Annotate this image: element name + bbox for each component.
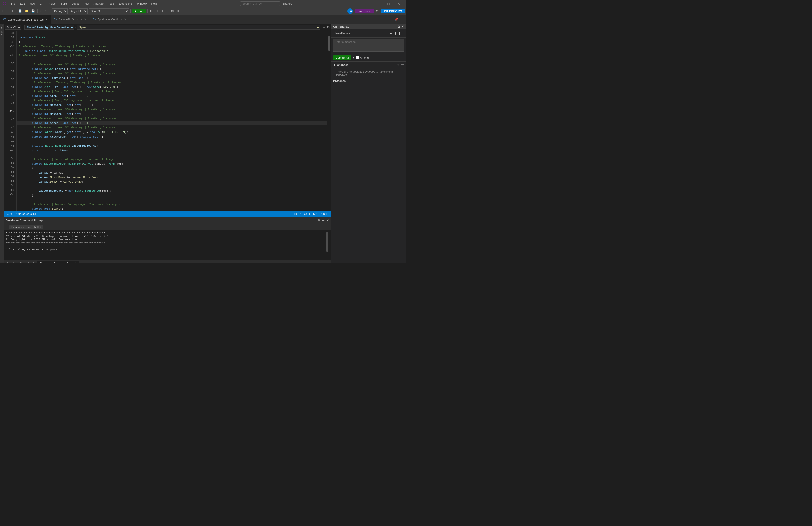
commit-all-button[interactable]: Commit All: [333, 55, 351, 60]
menu-window[interactable]: Window: [135, 1, 149, 5]
menu-extensions[interactable]: Extensions: [117, 1, 134, 5]
git-commit-row: Commit All ▾ Amend: [331, 54, 406, 62]
branch-select[interactable]: NewFeature: [333, 31, 393, 36]
git-panel: Git - ShareX ─ ⧉ ✕ NewFeature ⬇ ⬆ ↑ Comm…: [331, 24, 406, 263]
debug-mode-select[interactable]: Debug: [52, 8, 68, 14]
git-float-icon[interactable]: ⧉: [398, 25, 400, 28]
panel-close-icon[interactable]: ✕: [326, 219, 329, 222]
git-push-icon[interactable]: ⬆: [398, 31, 401, 35]
spaces-status[interactable]: SPC: [312, 213, 319, 215]
main-layout: Notifications ShareX › ShareX.EasterEggA…: [0, 24, 406, 263]
changes-add-icon[interactable]: ＋: [396, 63, 400, 67]
tab-pin-icon[interactable]: 📌: [394, 17, 399, 21]
redo-icon[interactable]: ↪: [44, 9, 49, 13]
toolbar-icon-d[interactable]: ⊞: [165, 9, 169, 13]
new-project-icon[interactable]: 📄: [17, 9, 23, 13]
col-status[interactable]: Ch: 1: [303, 213, 311, 215]
project-breadcrumb-select[interactable]: ShareX: [4, 25, 21, 30]
terminal-add-icon[interactable]: ＋: [5, 225, 8, 229]
open-icon[interactable]: 📁: [24, 9, 29, 13]
member-breadcrumb-select[interactable]: Speed: [77, 25, 320, 30]
changes-section-header[interactable]: ▼ Changes ＋ ⋯: [331, 62, 406, 68]
tab-close-2[interactable]: ✕: [84, 17, 87, 21]
platform-select[interactable]: Any CPU: [69, 8, 88, 14]
menu-edit[interactable]: Edit: [18, 1, 27, 5]
toolbar-icon-f[interactable]: ▥: [176, 9, 180, 13]
toolbar-icon-c[interactable]: ⊟: [160, 9, 164, 13]
tab-easter-egg[interactable]: C# EasterEggAboutAnimation.cs ✕: [0, 15, 51, 24]
code-line-52: Canvas.MouseDown += Canvas_MouseDown;: [16, 175, 327, 180]
stashes-section-header[interactable]: ▶ Stashes: [331, 78, 406, 84]
menu-build[interactable]: Build: [59, 1, 69, 5]
editor-nav-add[interactable]: ＋: [322, 25, 325, 30]
share-icon[interactable]: ⟳: [376, 9, 379, 13]
tab-close-1[interactable]: ✕: [45, 18, 48, 21]
code-line-55: easterEggBounce = new EasterEggBounce(fo…: [16, 189, 327, 193]
toolbar-back[interactable]: ⟵: [1, 9, 7, 13]
menu-debug[interactable]: Debug: [69, 1, 82, 5]
terminal-scrollbar[interactable]: [325, 231, 329, 259]
zoom-status[interactable]: 99 %: [5, 213, 13, 215]
minimize-button[interactable]: ─: [373, 0, 383, 7]
menu-test[interactable]: Test: [82, 1, 91, 5]
toolbar-icon-b[interactable]: ⊡: [154, 9, 159, 13]
fold-49[interactable]: ▼: [10, 149, 11, 152]
toolbar: ⟵ ⟶ 📄 📁 💾 ↩ ↪ Debug Any CPU ShareX ▶ Sta…: [0, 7, 406, 15]
fold-35[interactable]: ▼: [10, 54, 11, 56]
int-preview-button[interactable]: INT PREVIEW: [381, 9, 405, 13]
fold-34[interactable]: ▼: [10, 45, 11, 48]
code-body[interactable]: namespace ShareX { 3 references | Taysse…: [16, 31, 327, 211]
panel-minimize-icon[interactable]: ─: [322, 219, 324, 222]
tab-appconfig[interactable]: C# ApplicationConfig.cs ✕: [90, 15, 130, 24]
git-close-icon[interactable]: ✕: [402, 25, 404, 28]
tab-overflow-icon[interactable]: ⋯: [400, 17, 405, 21]
toolbar-icon-e[interactable]: ▤: [170, 9, 175, 13]
fold-58[interactable]: ▼: [10, 193, 11, 196]
line-status[interactable]: Ln: 42: [293, 213, 302, 215]
save-icon[interactable]: 💾: [30, 9, 36, 13]
code-line-41: public int MaxStep { get; set; } = 35;: [16, 112, 327, 117]
toolbar-forward[interactable]: ⟶: [8, 9, 14, 13]
tab-icon-3: C#: [93, 18, 96, 21]
panel-float-icon[interactable]: ⧉: [318, 219, 320, 222]
git-minimize-icon[interactable]: ─: [394, 25, 396, 28]
amend-checkbox[interactable]: [356, 56, 359, 59]
tab-balloon[interactable]: C# BalloonTipAction.cs ✕: [51, 15, 90, 24]
git-message-input[interactable]: [333, 39, 404, 51]
type-breadcrumb-select[interactable]: ShareX.EasterEggAboutAnimation: [24, 25, 74, 30]
menu-git[interactable]: Git: [38, 1, 45, 5]
terminal-line-6: C:\Users\tagherfa\source\repos>: [5, 248, 325, 251]
git-pull-icon[interactable]: ↑: [402, 31, 404, 35]
menu-analyze[interactable]: Analyze: [92, 1, 105, 5]
undo-icon[interactable]: ↩: [39, 9, 43, 13]
code-line-33: {: [16, 40, 327, 44]
commit-dropdown-arrow[interactable]: ▾: [353, 56, 354, 59]
issues-status[interactable]: ✔ No issues found: [14, 213, 37, 215]
terminal-tab-powershell[interactable]: Developer PowerShell: [3, 261, 37, 263]
editor-settings-icon[interactable]: ⚙: [327, 25, 330, 30]
search-input[interactable]: [240, 1, 280, 6]
menu-view[interactable]: View: [27, 1, 37, 5]
live-share-button[interactable]: Live Share: [355, 9, 374, 13]
start-button[interactable]: ▶ Start: [132, 9, 146, 13]
code-line-49: public EasterEggAboutAnimation(Canvas ca…: [16, 162, 327, 166]
toolbar-icon-a[interactable]: ⊞: [149, 9, 154, 13]
menu-help[interactable]: Help: [149, 1, 159, 5]
changes-more-icon[interactable]: ⋯: [401, 63, 404, 66]
terminal-content-area[interactable]: ****************************************…: [3, 230, 331, 260]
bottom-panel-title: Developer Command Prompt: [5, 219, 44, 222]
close-button[interactable]: ✕: [394, 0, 404, 7]
restore-button[interactable]: □: [383, 0, 393, 7]
menu-file[interactable]: File: [9, 1, 17, 5]
project-select[interactable]: ShareX: [89, 8, 129, 14]
menu-project[interactable]: Project: [46, 1, 58, 5]
git-fetch-icon[interactable]: ⬇: [394, 31, 397, 35]
terminal-tab-command-prompt[interactable]: Developer Command Prompt: [37, 261, 79, 263]
editor-scrollbar[interactable]: [327, 31, 331, 211]
tab-close-3[interactable]: ✕: [124, 17, 127, 21]
developer-powershell-dropdown[interactable]: Developer PowerShell ▾: [9, 225, 43, 229]
code-line-48: [16, 152, 327, 157]
menu-tools[interactable]: Tools: [106, 1, 117, 5]
line-ending-status[interactable]: CRLF: [320, 213, 329, 215]
terminal-tab-bar: Developer PowerShell Developer Command P…: [3, 260, 331, 263]
